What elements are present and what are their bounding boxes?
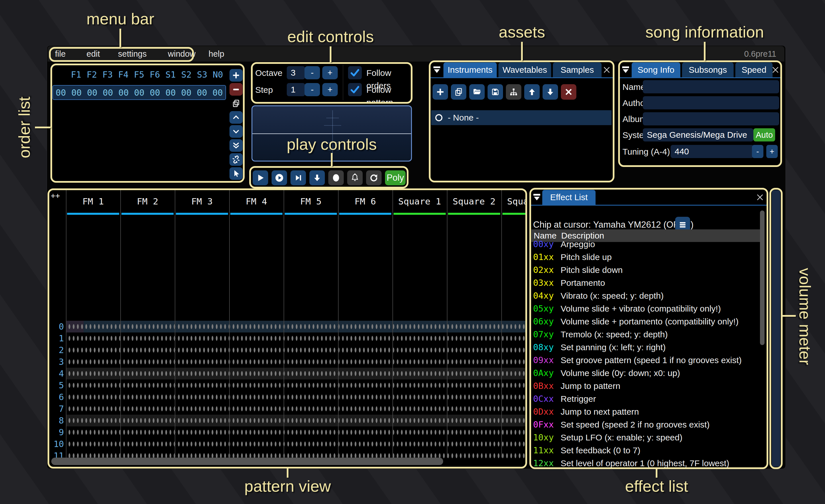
menu-item-window[interactable]: window <box>168 46 196 62</box>
effect-code: 00xy <box>533 238 554 251</box>
tab-samples[interactable]: Samples <box>553 63 602 77</box>
tab-subsongs[interactable]: Subsongs <box>682 63 734 77</box>
order-remove-button[interactable] <box>229 83 243 96</box>
annotation-label-play-controls: play controls <box>275 136 389 153</box>
close-icon[interactable] <box>771 66 779 74</box>
close-icon[interactable] <box>603 66 611 74</box>
step-label: Step <box>255 84 273 96</box>
order-cell-2[interactable]: 00 <box>100 88 116 98</box>
name-field[interactable] <box>643 80 779 93</box>
order-unlink-button[interactable] <box>229 153 243 166</box>
order-move-up-button[interactable] <box>229 111 243 124</box>
order-cell-8[interactable]: 00 <box>194 88 210 98</box>
step-value[interactable]: 1 <box>287 83 305 96</box>
edit-controls-panel: Octave 3 - + Step 1 - + Follow orders Fo… <box>252 64 411 102</box>
play-button[interactable] <box>253 170 268 185</box>
order-move-down-button[interactable] <box>229 125 243 138</box>
order-cell-6[interactable]: 00 <box>163 88 178 98</box>
tuning-field[interactable]: 440 <box>671 145 754 158</box>
order-cell-1[interactable]: 00 <box>84 88 100 98</box>
effect-description: Set speed (speed 2 if no grooves exist) <box>560 418 709 431</box>
play-controls-panel: Poly <box>250 168 407 188</box>
tab-song-info[interactable]: Song Info <box>631 63 680 77</box>
tab-instruments[interactable]: Instruments <box>443 63 497 77</box>
effect-code: 11xx <box>533 444 554 457</box>
order-col-N0: N0 <box>210 70 226 80</box>
tab-wavetables[interactable]: Wavetables <box>499 63 551 77</box>
order-select-button[interactable] <box>229 167 243 180</box>
order-cell-5[interactable]: 00 <box>147 88 163 98</box>
instrument-list-item[interactable]: - None - <box>431 110 612 125</box>
asset-delete-button[interactable] <box>561 84 576 100</box>
asset-open-button[interactable] <box>469 84 485 100</box>
asset-add-button[interactable] <box>433 84 448 100</box>
annotation-label-pattern-view: pattern view <box>230 478 345 495</box>
system-field[interactable]: Sega Genesis/Mega Drive <box>643 128 753 142</box>
effect-code: 10xy <box>533 431 554 444</box>
asset-move-down-button[interactable] <box>542 84 558 100</box>
author-field[interactable] <box>643 96 779 109</box>
effect-row-01xx: 01xxPitch slide up <box>531 251 767 263</box>
connector <box>704 42 705 61</box>
pattern-row-number: 10 <box>49 438 64 450</box>
effect-description: Vibrato (x: speed; y: depth) <box>560 289 664 302</box>
pattern-h-scrollbar[interactable] <box>51 457 443 465</box>
effect-v-scrollbar[interactable] <box>760 211 764 345</box>
octave-minus-button[interactable]: - <box>304 66 320 79</box>
step-plus-button[interactable]: + <box>322 83 338 96</box>
order-duplicate-button[interactable] <box>229 97 243 110</box>
tuning-plus-button[interactable]: + <box>766 145 778 158</box>
asset-move-up-button[interactable] <box>524 84 540 100</box>
effect-row-10xy: 10xySetup LFO (x: enable; y: speed) <box>531 431 767 444</box>
order-cell-9[interactable]: 00 <box>210 88 225 98</box>
divider <box>343 65 343 100</box>
menu-item-edit[interactable]: edit <box>86 46 100 62</box>
effect-code: 0Bxx <box>533 380 554 392</box>
order-cell-3[interactable]: 00 <box>116 88 132 98</box>
asset-save-button[interactable] <box>487 84 503 100</box>
tuning-minus-button[interactable]: - <box>752 145 763 158</box>
tab-underline <box>620 77 780 78</box>
effect-description: Jump to next pattern <box>560 406 639 418</box>
step-row-button[interactable] <box>291 170 306 185</box>
metronome-bell-button[interactable] <box>347 170 363 185</box>
auto-button[interactable]: Auto <box>753 128 775 142</box>
move-cursor-down-button[interactable] <box>309 170 325 185</box>
order-add-button[interactable] <box>229 69 243 82</box>
pattern-row-number: 2 <box>49 344 64 356</box>
menu-item-settings[interactable]: settings <box>118 46 147 62</box>
tab-underline <box>430 77 613 78</box>
asset-duplicate-button[interactable] <box>451 84 466 100</box>
record-button[interactable] <box>328 170 344 185</box>
octave-value[interactable]: 3 <box>287 66 305 79</box>
order-cell-4[interactable]: 00 <box>132 88 147 98</box>
step-minus-button[interactable]: - <box>304 83 320 96</box>
pattern-view-panel[interactable]: ++ FM 1FM 2FM 3FM 4FM 5FM 6Square 1Squar… <box>49 190 526 467</box>
order-row-index[interactable]: 00 <box>53 88 69 98</box>
album-field[interactable] <box>643 112 779 125</box>
tab-speed[interactable]: Speed <box>735 63 772 77</box>
octave-plus-button[interactable]: + <box>322 66 338 79</box>
order-cell-7[interactable]: 00 <box>178 88 194 98</box>
menu-item-file[interactable]: file <box>55 46 66 62</box>
tuning-label: Tuning (A-4) <box>622 146 670 158</box>
follow-orders-checkbox[interactable] <box>348 66 362 79</box>
follow-pattern-label[interactable]: Follow pattern <box>366 84 411 102</box>
poly-button[interactable]: Poly <box>385 170 405 185</box>
order-duplicate-end-button[interactable] <box>229 139 243 152</box>
pattern-row-number: 5 <box>49 380 64 391</box>
follow-pattern-checkbox[interactable] <box>348 83 362 96</box>
order-cell-0[interactable]: 00 <box>69 88 84 98</box>
window-collapse-icon[interactable] <box>621 65 630 74</box>
effect-row-03xx: 03xxPortamento <box>531 277 767 289</box>
play-pattern-button[interactable] <box>272 170 287 185</box>
menu-item-help[interactable]: help <box>209 46 224 62</box>
window-collapse-icon[interactable] <box>432 65 442 74</box>
order-row[interactable]: 0000000000000000000000 <box>53 85 226 100</box>
pattern-row-number: 9 <box>49 426 64 438</box>
effect-code: 0Cxx <box>533 393 554 405</box>
repeat-button[interactable] <box>366 170 382 185</box>
pattern-row-number: 6 <box>49 391 64 403</box>
asset-folder-tree-button[interactable] <box>506 84 521 100</box>
order-col-F4: F4 <box>116 70 131 80</box>
